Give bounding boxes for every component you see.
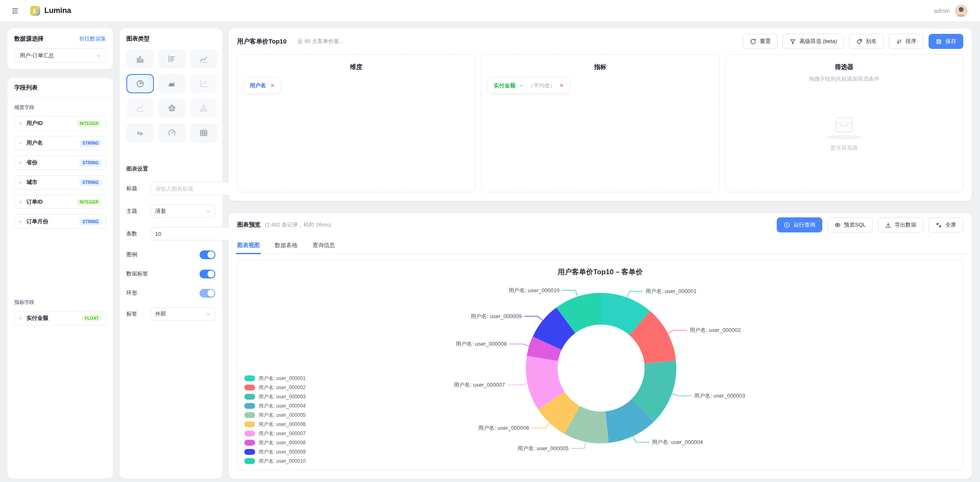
- row-limit-input[interactable]: [151, 227, 233, 240]
- legend-swatch: [244, 449, 255, 455]
- filter-zone-hint: 拖拽字段到此处添加筛选条件: [726, 75, 963, 83]
- report-subtitle: 近 90 天客单价最...: [297, 38, 344, 45]
- sidebar-fold-button[interactable]: [9, 5, 21, 17]
- field-name: 实付金额: [26, 314, 48, 322]
- label-leader-line: [571, 441, 586, 449]
- remove-dimension-icon[interactable]: ✕: [270, 82, 275, 89]
- field-item-实付金额[interactable]: +实付金额FLOAT: [14, 311, 106, 325]
- app-logo: L: [30, 6, 40, 16]
- tab-data-table[interactable]: 数据表格: [275, 237, 297, 254]
- workspace-column: 用户客单价Top10 近 90 天客单价最... 重置 高级筛选 (beta) …: [229, 28, 972, 479]
- legend-swatch: [244, 375, 255, 381]
- legend-item[interactable]: 用户名: user_000001: [244, 374, 306, 383]
- svg-text:№: №: [137, 130, 143, 136]
- bar-chart-icon: [136, 54, 145, 64]
- dimension-chip[interactable]: 用户名 ✕: [244, 78, 280, 93]
- filter-empty-label: 暂无筛选器: [726, 144, 963, 152]
- chevron-down-icon: [206, 312, 211, 316]
- chart-type-table-chart-button[interactable]: [190, 123, 217, 143]
- field-item-用户名[interactable]: +用户名STRING: [14, 136, 106, 150]
- goto-dataset-link[interactable]: 前往数据集: [79, 35, 106, 43]
- legend-item[interactable]: 用户名: user_000010: [244, 456, 306, 466]
- field-item-订单月份[interactable]: +订单月份STRING: [14, 214, 106, 229]
- metric-chip[interactable]: 实付金额 （平均值） ✕: [488, 78, 569, 93]
- dimension-drop-zone[interactable]: 维度 用户名 ✕: [237, 54, 475, 192]
- plus-icon: +: [19, 140, 22, 146]
- chart-settings: 图表设置 标题 主题 清新 条数 图例: [120, 143, 222, 321]
- plus-icon: +: [19, 160, 22, 166]
- query-stats: (2,482 条记录，耗时 26ms): [265, 221, 331, 229]
- metric-agg-label: （平均值）: [528, 82, 555, 89]
- label-position-select[interactable]: 外部: [151, 307, 215, 321]
- legend-item[interactable]: 用户名: user_000006: [244, 420, 306, 429]
- alias-button[interactable]: 别名: [849, 34, 884, 49]
- legend-item[interactable]: 用户名: user_000002: [244, 383, 306, 392]
- chart-title: 用户客单价Top10 – 客单价: [238, 267, 963, 277]
- tab-query-info[interactable]: 查询信息: [312, 237, 335, 254]
- field-type-badge: STRING: [79, 179, 102, 186]
- datalabel-toggle[interactable]: [200, 270, 215, 278]
- field-item-省份[interactable]: +省份STRING: [14, 156, 106, 170]
- legend-item[interactable]: 用户名: user_000003: [244, 392, 306, 401]
- metric-drop-zone[interactable]: 指标 实付金额 （平均值） ✕: [481, 54, 719, 192]
- dimension-chip-label: 用户名: [250, 82, 266, 89]
- legend-label: 用户名: user_000003: [258, 393, 306, 400]
- legend-item[interactable]: 用户名: user_000005: [244, 411, 306, 420]
- preview-sql-button[interactable]: 预览SQL: [827, 217, 873, 232]
- chart-type-gauge-chart-button[interactable]: [158, 123, 186, 143]
- fields-panel: 字段列表 维度字段 +用户IDINTEGER+用户名STRING+省份STRIN…: [8, 78, 113, 479]
- chart-settings-title: 图表设置: [126, 165, 215, 173]
- advanced-filter-button[interactable]: 高级筛选 (beta): [783, 34, 844, 49]
- chart-type-bar-chart-button[interactable]: [126, 49, 154, 69]
- chart-type-panel-title: 图表类型: [120, 35, 222, 49]
- save-button[interactable]: 保存: [929, 34, 963, 49]
- gauge-chart-icon: [167, 128, 177, 138]
- preview-tabs: 图表视图 数据表格 查询信息: [229, 237, 972, 254]
- legend-item[interactable]: 用户名: user_000008: [244, 438, 306, 447]
- field-type-badge: INTEGER: [77, 120, 102, 127]
- pie-label: 用户名: user_000009: [471, 313, 522, 319]
- field-item-城市[interactable]: +城市STRING: [14, 175, 106, 189]
- chevron-down-icon[interactable]: [519, 84, 524, 88]
- export-data-button[interactable]: 导出数据: [878, 217, 924, 232]
- tab-chart-view[interactable]: 图表视图: [237, 237, 260, 254]
- chart-title-input[interactable]: [151, 182, 233, 195]
- topbar: L Lumina admin: [0, 0, 980, 22]
- filter-drop-zone[interactable]: 筛选器 拖拽字段到此处添加筛选条件 暂无筛选器: [725, 54, 963, 192]
- preview-title: 图表预览: [237, 221, 261, 229]
- donut-chart: 用户名: user_000001用户名: user_000002用户名: use…: [238, 260, 963, 470]
- legend-label: 用户名: user_000008: [258, 439, 306, 446]
- menu-fold-icon: [11, 7, 19, 15]
- run-query-button[interactable]: 运行查询: [777, 217, 822, 232]
- legend-toggle[interactable]: [200, 250, 215, 259]
- datalabel-setting-label: 数据标签: [126, 270, 151, 278]
- plus-icon: +: [19, 219, 22, 224]
- field-item-用户ID[interactable]: +用户IDINTEGER: [14, 116, 106, 130]
- field-name: 城市: [26, 179, 37, 186]
- table-chart-icon: [199, 128, 208, 138]
- dataset-select[interactable]: 用户-订单汇总: [14, 48, 106, 63]
- fullscreen-button[interactable]: 全屏: [929, 217, 963, 232]
- field-name: 省份: [26, 159, 37, 166]
- chart-type-area-chart-button[interactable]: [158, 74, 186, 93]
- chart-type-pie-chart-button[interactable]: [126, 74, 154, 93]
- chart-type-metric-number-button[interactable]: №: [126, 123, 154, 143]
- chart-type-bar-horizontal-button[interactable]: [158, 49, 186, 69]
- remove-metric-icon[interactable]: ✕: [559, 82, 564, 89]
- pie-label: 用户名: user_000005: [517, 445, 568, 451]
- avatar[interactable]: [955, 5, 967, 17]
- metric-chip-label: 实付金额: [494, 82, 515, 89]
- theme-select[interactable]: 清新: [151, 204, 215, 218]
- dimension-zone-title: 维度: [238, 63, 475, 71]
- funnel-icon: [790, 38, 796, 45]
- legend-item[interactable]: 用户名: user_000009: [244, 447, 306, 456]
- donut-toggle[interactable]: [200, 289, 215, 298]
- reset-button[interactable]: 重置: [743, 34, 778, 49]
- label-leader-line: [668, 330, 687, 334]
- chart-type-line-chart-button[interactable]: [190, 49, 217, 69]
- chart-type-radar-chart-button[interactable]: [158, 99, 186, 118]
- legend-item[interactable]: 用户名: user_000004: [244, 401, 306, 411]
- sort-button[interactable]: 排序: [889, 34, 924, 49]
- field-item-订单ID[interactable]: +订单IDINTEGER: [14, 195, 106, 209]
- legend-item[interactable]: 用户名: user_000007: [244, 429, 306, 438]
